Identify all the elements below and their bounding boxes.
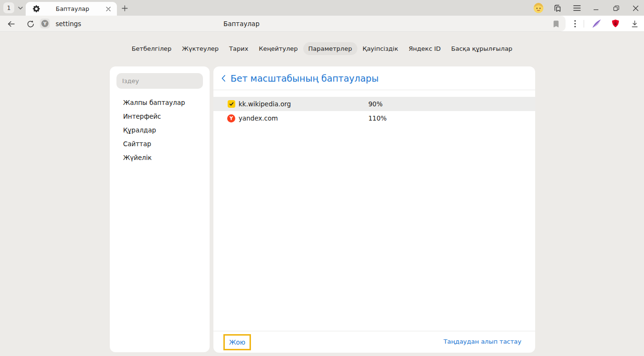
- browser-menu-icon[interactable]: [571, 2, 583, 14]
- panel-header: Бет масштабының баптаулары: [213, 66, 535, 90]
- back-chevron-icon[interactable]: [221, 75, 226, 82]
- window-restore-button[interactable]: [610, 2, 622, 14]
- nav-tab-bookmarks[interactable]: Бетбелгілер: [126, 42, 177, 55]
- window-minimize-button[interactable]: [590, 2, 602, 14]
- deselect-all-link[interactable]: Таңдаудан алып тастау: [443, 338, 521, 345]
- page-zoom-settings-panel: Бет масштабының баптаулары kk.wikipedia.…: [213, 66, 535, 353]
- profile-avatar[interactable]: [533, 2, 544, 14]
- extensions-more-dots-icon[interactable]: [569, 18, 581, 29]
- settings-sidebar: Жалпы баптаулар Интерфейс Құралдар Сайтт…: [110, 66, 210, 352]
- site-name: yandex.com: [239, 114, 278, 122]
- url-text[interactable]: settings: [56, 20, 81, 28]
- yandex-favicon-icon[interactable]: Y: [227, 114, 235, 122]
- address-toolbar: Y settings Баптаулар: [0, 16, 644, 32]
- site-name: kk.wikipedia.org: [239, 100, 291, 108]
- tab-close-icon[interactable]: [105, 5, 112, 13]
- bookmark-flag-icon[interactable]: [550, 18, 562, 29]
- sidebar-item-tools[interactable]: Құралдар: [110, 123, 210, 137]
- search-input[interactable]: [116, 73, 203, 89]
- protect-shield-icon[interactable]: [610, 18, 621, 29]
- checkbox-checked-icon[interactable]: [228, 100, 235, 108]
- browser-tab-settings[interactable]: Баптаулар: [26, 2, 117, 16]
- nav-tab-settings[interactable]: Параметрлер: [303, 42, 357, 55]
- reload-icon[interactable]: [25, 18, 36, 29]
- yandex-mono-logo-icon: Y: [41, 20, 48, 27]
- zoom-value: 110%: [368, 114, 387, 122]
- tab-list-chevron-down-icon[interactable]: [16, 4, 25, 12]
- nav-tab-security[interactable]: Қауіпсіздік: [357, 42, 404, 55]
- tab-groups-panel-icon[interactable]: [552, 2, 563, 14]
- panel-spacer: [213, 125, 535, 331]
- feather-extension-icon[interactable]: [591, 18, 602, 29]
- table-row[interactable]: kk.wikipedia.org 90%: [213, 97, 535, 111]
- site-zoom-list: kk.wikipedia.org 90% Y yandex.com 110%: [213, 97, 535, 125]
- settings-nav-tabs: Бетбелгілер Жүктеулер Тарих Кеңейтулер П…: [0, 42, 644, 55]
- nav-tab-yandex-id[interactable]: Яндекс ID: [404, 42, 446, 55]
- nav-tab-other-devices[interactable]: Басқа құрылғылар: [446, 42, 518, 55]
- back-icon[interactable]: [5, 18, 17, 29]
- nav-tab-extensions[interactable]: Кеңейтулер: [253, 42, 303, 55]
- tab-title: Баптаулар: [40, 5, 105, 12]
- nav-tab-history[interactable]: Тарих: [224, 42, 253, 55]
- toolbar-divider: [584, 20, 584, 28]
- sidebar-section-list: Жалпы баптаулар Интерфейс Құралдар Сайтт…: [110, 96, 210, 165]
- download-icon[interactable]: [629, 18, 640, 29]
- address-bar-page-title: Баптаулар: [223, 20, 260, 28]
- site-settings-badge-icon[interactable]: Y: [40, 19, 50, 28]
- sidebar-item-system[interactable]: Жүйелік: [110, 151, 210, 165]
- sidebar-item-interface[interactable]: Интерфейс: [110, 110, 210, 123]
- window-close-button[interactable]: [630, 2, 641, 14]
- zoom-value: 90%: [368, 100, 383, 108]
- settings-gear-icon: [33, 5, 40, 13]
- panel-footer: Жою Таңдаудан алып тастау: [213, 331, 535, 353]
- new-tab-button[interactable]: [120, 3, 129, 13]
- sidebar-item-sites[interactable]: Сайттар: [110, 137, 210, 151]
- sidebar-item-general[interactable]: Жалпы баптаулар: [110, 96, 210, 110]
- table-row[interactable]: Y yandex.com 110%: [213, 111, 535, 125]
- address-bar[interactable]: [0, 16, 566, 31]
- nav-tab-downloads[interactable]: Жүктеулер: [177, 42, 224, 55]
- page-title: Бет масштабының баптаулары: [231, 73, 379, 84]
- delete-button[interactable]: Жою: [223, 334, 251, 350]
- tab-bar: 1 Баптаулар: [0, 0, 644, 16]
- tab-counter-button[interactable]: 1: [3, 2, 14, 13]
